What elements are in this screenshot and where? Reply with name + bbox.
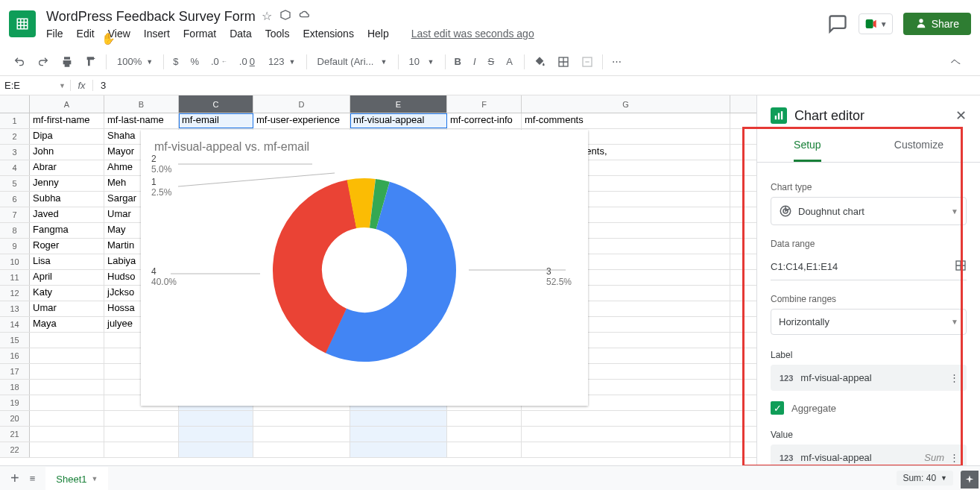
- row-header[interactable]: 6: [0, 192, 30, 207]
- currency-button[interactable]: $: [168, 53, 183, 70]
- row-header[interactable]: 1: [0, 113, 30, 128]
- status-sum[interactable]: Sum: 40▼: [897, 471, 953, 486]
- cell[interactable]: Javed: [30, 207, 104, 222]
- row-header[interactable]: 3: [0, 145, 30, 160]
- combine-ranges-select[interactable]: Horizontally ▼: [771, 309, 967, 335]
- row-header[interactable]: 19: [0, 395, 30, 410]
- col-header-D[interactable]: D: [253, 95, 350, 113]
- cell[interactable]: Subha: [30, 192, 104, 207]
- row-header[interactable]: 14: [0, 317, 30, 332]
- print-button[interactable]: [57, 53, 78, 71]
- percent-button[interactable]: %: [186, 53, 203, 70]
- row-header[interactable]: 8: [0, 223, 30, 238]
- merge-button[interactable]: [577, 53, 598, 71]
- select-all-corner[interactable]: [0, 95, 30, 113]
- col-header-G[interactable]: G: [522, 95, 730, 113]
- row-header[interactable]: 2: [0, 129, 30, 144]
- cell[interactable]: [30, 364, 104, 379]
- cell[interactable]: [253, 427, 350, 442]
- label-chip[interactable]: 123 mf-visual-appeal ⋮: [771, 365, 967, 391]
- cell[interactable]: John: [30, 145, 104, 160]
- move-icon[interactable]: [279, 9, 291, 24]
- undo-button[interactable]: [9, 53, 30, 71]
- menu-format[interactable]: Format: [183, 28, 216, 40]
- cell[interactable]: [350, 411, 447, 426]
- number-format-select[interactable]: 123▼: [262, 53, 302, 70]
- cell[interactable]: [104, 427, 179, 442]
- zoom-select[interactable]: 100%▼: [111, 53, 159, 70]
- more-icon[interactable]: ⋮: [949, 372, 959, 383]
- cell[interactable]: mf-user-experience: [253, 113, 350, 128]
- bold-button[interactable]: B: [450, 53, 466, 70]
- row-header[interactable]: 7: [0, 207, 30, 222]
- value-chip[interactable]: 123 mf-visual-appeal Sum ⋮: [771, 445, 967, 467]
- chart-type-select[interactable]: Doughnut chart ▼: [771, 197, 967, 225]
- borders-button[interactable]: [553, 53, 574, 71]
- row-header[interactable]: 21: [0, 427, 30, 442]
- col-header-A[interactable]: A: [30, 95, 104, 113]
- comments-icon[interactable]: [827, 13, 848, 34]
- cell[interactable]: [30, 427, 104, 442]
- fill-color-button[interactable]: [529, 53, 550, 71]
- row-header[interactable]: 16: [0, 348, 30, 363]
- paint-format-button[interactable]: [80, 53, 101, 71]
- tab-setup[interactable]: Setup: [794, 130, 821, 162]
- cell[interactable]: April: [30, 270, 104, 285]
- sheets-logo[interactable]: [9, 10, 36, 37]
- menu-extensions[interactable]: Extensions: [303, 28, 353, 40]
- cell[interactable]: mf-comments: [522, 113, 730, 128]
- italic-button[interactable]: I: [469, 53, 481, 70]
- text-color-button[interactable]: A: [502, 53, 519, 70]
- row-header[interactable]: 20: [0, 411, 30, 426]
- cell[interactable]: mf-first-name: [30, 113, 104, 128]
- cell[interactable]: [522, 411, 730, 426]
- cell[interactable]: Dipa: [30, 129, 104, 144]
- cell[interactable]: mf-visual-appeal: [350, 113, 447, 128]
- chart-doughnut[interactable]: mf-visual-appeal vs. mf-email 352.5% 440…: [141, 130, 588, 406]
- name-box[interactable]: E:E▼: [0, 80, 71, 91]
- cell[interactable]: [253, 442, 350, 457]
- cell[interactable]: [30, 395, 104, 410]
- cell[interactable]: Katy: [30, 286, 104, 301]
- col-header-B[interactable]: B: [104, 95, 179, 113]
- row-header[interactable]: 15: [0, 333, 30, 348]
- cell[interactable]: [30, 380, 104, 395]
- menu-help[interactable]: Help: [367, 28, 389, 40]
- last-edit-link[interactable]: Last edit was seconds ago: [411, 28, 534, 40]
- cloud-icon[interactable]: [299, 9, 311, 24]
- menu-insert[interactable]: Insert: [144, 28, 170, 40]
- row-header[interactable]: 17: [0, 364, 30, 379]
- font-size-select[interactable]: 10▼: [403, 53, 440, 70]
- cell[interactable]: mf-email: [179, 113, 253, 128]
- formula-bar[interactable]: 3: [93, 80, 113, 91]
- cell[interactable]: [253, 411, 350, 426]
- row-header[interactable]: 5: [0, 176, 30, 191]
- row-header[interactable]: 9: [0, 239, 30, 254]
- tab-customize[interactable]: Customize: [894, 130, 943, 162]
- close-icon[interactable]: ✕: [955, 107, 967, 124]
- cell[interactable]: [30, 348, 104, 363]
- font-select[interactable]: Default (Ari...▼: [312, 53, 393, 70]
- cell[interactable]: [522, 442, 730, 457]
- cell[interactable]: [447, 411, 522, 426]
- menu-data[interactable]: Data: [230, 28, 252, 40]
- cell[interactable]: [104, 411, 179, 426]
- cell[interactable]: [522, 427, 730, 442]
- data-range-input[interactable]: C1:C14,E1:E14: [771, 257, 838, 277]
- explore-button[interactable]: [961, 471, 979, 489]
- row-header[interactable]: 22: [0, 442, 30, 457]
- cell[interactable]: Lisa: [30, 254, 104, 269]
- cell[interactable]: [104, 442, 179, 457]
- cell[interactable]: [179, 427, 253, 442]
- cell[interactable]: [350, 427, 447, 442]
- row-header[interactable]: 13: [0, 301, 30, 316]
- cell[interactable]: [30, 442, 104, 457]
- cell[interactable]: [30, 411, 104, 426]
- share-button[interactable]: Share: [903, 13, 971, 35]
- all-sheets-button[interactable]: ≡: [30, 473, 36, 484]
- row-header[interactable]: 12: [0, 286, 30, 301]
- meet-button[interactable]: ▼: [859, 13, 893, 34]
- cell[interactable]: Abrar: [30, 160, 104, 175]
- cell[interactable]: Umar: [30, 301, 104, 316]
- menu-file[interactable]: File: [46, 28, 63, 40]
